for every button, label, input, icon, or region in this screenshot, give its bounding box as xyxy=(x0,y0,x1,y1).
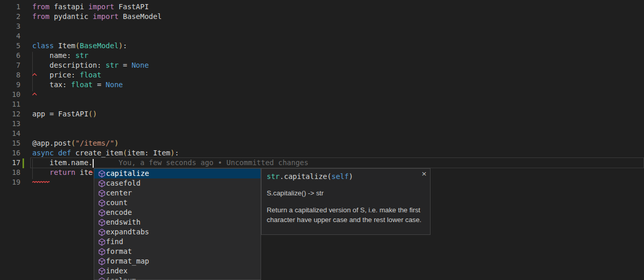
line-number[interactable]: 6 xyxy=(0,51,20,61)
code-text: price: float xyxy=(32,70,101,80)
suggestion-item-expandtabs[interactable]: expandtabs xyxy=(94,227,261,237)
suggestion-item-format[interactable]: format xyxy=(94,247,261,256)
suggestion-item-index[interactable]: index xyxy=(94,266,261,276)
suggestion-label: casefold xyxy=(106,178,140,188)
suggestion-label: format_map xyxy=(106,256,149,266)
suggestion-item-capitalize[interactable]: capitalize xyxy=(94,169,261,178)
line-number[interactable]: 9 xyxy=(0,80,20,90)
method-icon xyxy=(98,267,106,275)
line-number[interactable]: 19 xyxy=(0,177,20,187)
line-number[interactable]: 11 xyxy=(0,99,20,109)
suggestion-item-format_map[interactable]: format_map xyxy=(94,256,261,266)
method-icon xyxy=(98,209,106,217)
method-icon xyxy=(98,238,106,246)
line-number[interactable]: 18 xyxy=(0,168,20,177)
suggestion-item-endswith[interactable]: endswith xyxy=(94,217,261,227)
error-squiggle xyxy=(32,68,37,78)
docs-description: Return a capitalized version of S, i.e. … xyxy=(267,205,426,225)
line-number[interactable]: 12 xyxy=(0,109,20,119)
code-line-11[interactable]: 11 xyxy=(0,99,644,109)
code-line-7[interactable]: 7 description: str = None xyxy=(0,61,644,70)
line-number[interactable]: 2 xyxy=(0,12,20,22)
code-line-1[interactable]: 1from fastapi import FastAPI xyxy=(0,2,644,12)
suggestion-item-isalnum[interactable]: isalnum xyxy=(94,276,261,280)
code-text: app = FastAPI() xyxy=(32,109,97,119)
text-cursor xyxy=(93,159,94,168)
line-number[interactable]: 8 xyxy=(0,70,20,80)
suggestion-label: count xyxy=(106,198,127,208)
code-line-13[interactable]: 13 xyxy=(0,119,644,129)
suggestion-label: expandtabs xyxy=(106,227,149,237)
suggestion-item-find[interactable]: find xyxy=(94,237,261,247)
suggestion-label: capitalize xyxy=(106,169,149,178)
line-number[interactable]: 3 xyxy=(0,22,20,31)
line-number[interactable]: 14 xyxy=(0,129,20,138)
docs-signature-line: S.capitalize() -> str xyxy=(267,188,426,198)
suggestion-label: encode xyxy=(106,208,132,217)
current-line-highlight xyxy=(30,157,644,168)
suggestion-list[interactable]: capitalizecasefoldcentercountencodeendsw… xyxy=(94,168,261,280)
code-text: description: str = None xyxy=(32,61,149,70)
suggestion-item-count[interactable]: count xyxy=(94,198,261,208)
line-number[interactable]: 17 xyxy=(0,158,20,168)
code-line-10[interactable]: 10 xyxy=(0,90,644,99)
code-line-9[interactable]: 9 tax: float = None xyxy=(0,80,644,90)
suggestion-item-center[interactable]: center xyxy=(94,188,261,198)
suggestion-label: isalnum xyxy=(106,276,136,280)
suggestion-item-casefold[interactable]: casefold xyxy=(94,178,261,188)
code-text: async def create_item(item: Item): xyxy=(32,148,179,158)
code-line-8[interactable]: 8 price: float xyxy=(0,70,644,80)
suggestion-item-encode[interactable]: encode xyxy=(94,208,261,217)
code-line-6[interactable]: 6 name: str xyxy=(0,51,644,61)
suggestion-docs-panel: str.capitalize(self) × S.capitalize() ->… xyxy=(261,168,431,235)
suggestion-label: find xyxy=(106,237,123,247)
line-number[interactable]: 4 xyxy=(0,31,20,41)
docs-signature: str.capitalize(self) xyxy=(267,172,426,182)
code-text: @app.post("/items/") xyxy=(32,138,119,148)
method-icon xyxy=(98,189,106,197)
method-icon xyxy=(98,248,106,256)
method-icon xyxy=(98,257,106,266)
line-number[interactable]: 10 xyxy=(0,90,20,99)
code-line-12[interactable]: 12app = FastAPI() xyxy=(0,109,644,119)
code-line-3[interactable]: 3 xyxy=(0,22,644,31)
git-modified-indicator xyxy=(23,158,24,168)
code-line-4[interactable]: 4 xyxy=(0,31,644,41)
code-line-16[interactable]: 16async def create_item(item: Item): xyxy=(0,148,644,158)
method-icon xyxy=(98,218,106,227)
code-line-5[interactable]: 5class Item(BaseModel): xyxy=(0,41,644,51)
method-icon xyxy=(98,199,106,207)
code-text: tax: float = None xyxy=(32,80,123,90)
code-text: class Item(BaseModel): xyxy=(32,41,127,51)
code-editor[interactable]: 1from fastapi import FastAPI2from pydant… xyxy=(0,0,644,280)
suggestion-label: center xyxy=(106,188,132,198)
code-text: from fastapi import FastAPI xyxy=(32,2,149,12)
line-number[interactable]: 7 xyxy=(0,61,20,70)
suggestion-label: index xyxy=(106,266,127,276)
method-icon xyxy=(98,179,106,188)
suggestion-label: endswith xyxy=(106,217,140,227)
method-icon xyxy=(98,228,106,236)
code-text: name: str xyxy=(32,51,89,61)
code-line-14[interactable]: 14 xyxy=(0,129,644,138)
error-squiggle xyxy=(32,176,50,186)
code-text: from pydantic import BaseModel xyxy=(32,12,162,22)
line-number[interactable]: 13 xyxy=(0,119,20,129)
method-icon xyxy=(98,170,106,178)
code-line-2[interactable]: 2from pydantic import BaseModel xyxy=(0,12,644,22)
code-line-15[interactable]: 15@app.post("/items/") xyxy=(0,138,644,148)
line-number[interactable]: 16 xyxy=(0,148,20,158)
error-squiggle xyxy=(32,88,37,97)
line-number[interactable]: 15 xyxy=(0,138,20,148)
close-icon[interactable]: × xyxy=(421,170,427,177)
line-number[interactable]: 5 xyxy=(0,41,20,51)
suggestion-label: format xyxy=(106,247,132,256)
method-icon xyxy=(98,277,106,280)
line-number[interactable]: 1 xyxy=(0,2,20,12)
